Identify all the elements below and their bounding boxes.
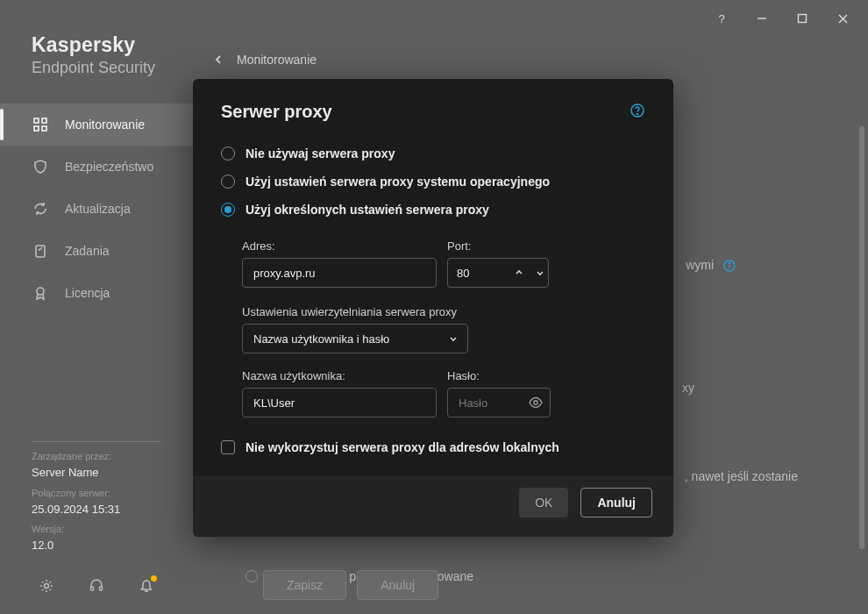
modal-overlay: Serwer proxy Nie używaj serwera proxy Uż… [0, 0, 868, 614]
auth-select[interactable]: Nazwa użytkownika i hasło [242, 324, 468, 353]
radio-label: Nie używaj serwera proxy [245, 146, 395, 161]
username-label: Nazwa użytkownika: [242, 369, 437, 382]
radio-system-proxy[interactable]: Użyj ustawień serwera proxy systemu oper… [221, 168, 645, 196]
address-input[interactable] [242, 258, 437, 288]
checkbox-icon [221, 440, 235, 454]
svg-point-18 [534, 401, 537, 404]
radio-icon [221, 146, 235, 161]
radio-label: Użyj ustawień serwera proxy systemu oper… [245, 175, 550, 189]
port-down-icon[interactable] [530, 263, 550, 282]
radio-icon [221, 175, 235, 189]
radio-custom-proxy[interactable]: Użyj określonych ustawień serwera proxy [221, 196, 645, 224]
port-up-icon[interactable] [509, 263, 529, 282]
port-spinner[interactable] [447, 258, 549, 288]
auth-select-value: Nazwa użytkownika i hasło [253, 332, 389, 346]
proxy-modal: Serwer proxy Nie używaj serwera proxy Uż… [193, 79, 673, 537]
port-label: Port: [447, 239, 549, 253]
bypass-local-checkbox-row[interactable]: Nie wykorzystuj serwera proxy dla adresó… [221, 440, 645, 454]
address-label: Adres: [242, 239, 437, 253]
bypass-local-label: Nie wykorzystuj serwera proxy dla adresó… [245, 440, 559, 454]
radio-icon [221, 203, 235, 217]
modal-cancel-button[interactable]: Anuluj [580, 488, 652, 518]
auth-label: Ustawienia uwierzytelniania serwera prox… [242, 305, 645, 318]
port-input[interactable] [457, 267, 509, 280]
username-input[interactable] [242, 388, 437, 418]
radio-no-proxy[interactable]: Nie używaj serwera proxy [221, 139, 645, 168]
modal-ok-button[interactable]: OK [519, 488, 568, 518]
modal-title: Serwer proxy [221, 102, 332, 122]
svg-point-17 [637, 113, 637, 114]
radio-label: Użyj określonych ustawień serwera proxy [245, 203, 489, 217]
modal-help-icon[interactable] [630, 103, 645, 122]
eye-icon[interactable] [528, 395, 544, 414]
password-label: Hasło: [447, 369, 551, 382]
chevron-down-icon [448, 333, 459, 344]
